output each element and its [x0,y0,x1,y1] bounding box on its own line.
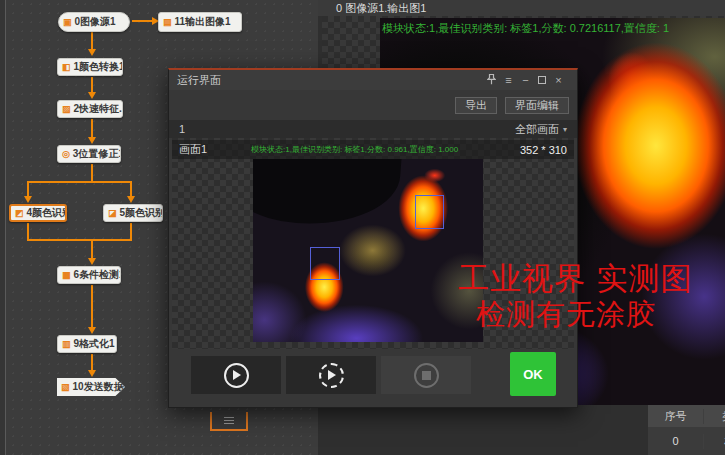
detection-photo [253,159,483,342]
flow-node-fast-feature[interactable]: ▨ 2快速特征... [57,100,123,118]
run-interface-dialog: 运行界面 ≡ − × 导出 界面编辑 1 全部画面 ▾ 画面1 模块状态:1,最… [168,68,578,408]
play-icon [224,363,249,388]
watermark-line1: 工业视界 实测图 [458,258,693,300]
cell-class: 标签1 [703,434,725,449]
flow-node-partially-hidden[interactable] [210,412,248,431]
module-status-text: 模块状态:1,最佳识别类别: 标签1,分数: 0.7216117,置信度: 1 [382,21,669,36]
arrowhead-icon [24,196,32,203]
resolution-label: 352 * 310 [520,144,567,156]
connector [27,223,29,240]
connector [132,20,154,22]
run-once-button[interactable] [191,356,281,394]
viewer-title: 0 图像源1.输出图1 [318,0,725,16]
color-detect-icon: ◩ [15,209,24,218]
stop-icon [414,363,439,388]
stop-button[interactable] [381,356,471,394]
node-label: 4颜色识别1 [27,206,67,220]
fast-feature-icon: ▨ [62,105,71,114]
output-image-icon: ▤ [163,18,172,27]
connector [91,354,93,370]
loop-play-icon [319,363,344,388]
results-table[interactable]: 序号 类别名 分数 0 标签1 0.722 [648,405,725,455]
connector [91,241,93,258]
color-detect-icon: ◪ [108,209,117,218]
connector [91,32,93,49]
flow-node-send-data[interactable]: ▧ 10发送数据1 [57,378,125,396]
menu-icon[interactable]: ≡ [500,74,517,86]
maximize-icon[interactable] [538,76,546,84]
condition-check-icon: ▦ [62,271,71,280]
node-label: 2快速特征... [74,102,123,116]
node-label: 10发送数据1 [73,380,125,394]
flow-node-position-fix[interactable]: ◎ 3位置修正1 [57,145,121,163]
flow-node-condition-check[interactable]: ▦ 6条件检测1 [57,266,121,284]
connector [91,164,93,182]
format-icon: ▥ [62,340,71,349]
send-data-icon: ▧ [61,383,70,392]
arrowhead-icon [88,92,96,99]
flow-node-color-convert[interactable]: ◧ 1颜色转换1 [57,58,123,76]
run-loop-button[interactable] [286,356,376,394]
dialog-controls: OK [169,349,577,410]
node-label: 9格式化1 [74,337,115,351]
edit-interface-button[interactable]: 界面编辑 [505,97,569,114]
all-views-dropdown[interactable]: 全部画面 [515,122,559,137]
detection-box-1 [415,195,444,229]
arrowhead-icon [127,196,135,203]
connector [27,239,132,241]
position-fix-icon: ◎ [62,150,70,159]
image-source-icon: ▣ [63,18,72,27]
connector [91,285,93,327]
node-label: 6条件检测1 [74,268,121,282]
flow-node-color-detect-2[interactable]: ◪ 5颜色识别2 [103,204,163,222]
color-convert-icon: ◧ [62,63,71,72]
ok-button[interactable]: OK [510,352,556,396]
dialog-titlebar[interactable]: 运行界面 ≡ − × [169,70,577,90]
arrowhead-icon [88,137,96,144]
flow-node-color-detect-1[interactable]: ◩ 4颜色识别1 [9,204,67,222]
node-label: 1颜色转换1 [74,60,123,74]
arrowhead-icon [88,49,96,56]
image-overlay-band: 画面1 模块状态:1,最佳识别类别: 标签1,分数: 0.961,置信度: 1.… [172,140,574,159]
panel-edge [0,0,6,455]
col-class: 类别名 [703,409,725,424]
dialog-title: 运行界面 [177,73,483,88]
connector [130,223,132,240]
cell-index: 0 [648,435,703,447]
arrowhead-icon [88,370,96,377]
connector [27,181,132,183]
col-index: 序号 [648,409,703,424]
node-label: 11输出图像1 [175,15,231,29]
node-label: 0图像源1 [75,15,116,29]
results-table-header: 序号 类别名 分数 [648,405,725,427]
connector [91,77,93,92]
node-label: 3位置修正1 [73,147,121,161]
page-number: 1 [179,123,515,135]
watermark-line2: 检测有无涂胶 [476,295,656,335]
app-window: ▣ 0图像源1 ▤ 11输出图像1 ◧ 1颜色转换1 ▨ 2快速特征... ◎ … [0,0,725,455]
pin-icon[interactable] [483,74,500,87]
view-name-label: 画面1 [179,142,251,157]
flow-node-image-source[interactable]: ▣ 0图像源1 [58,12,130,32]
connector [27,181,29,196]
shadow-occluder [253,159,403,230]
results-band: 序号 类别名 分数 0 标签1 0.722 区域 色相 模型 [648,405,725,455]
table-row[interactable]: 0 标签1 0.722 [648,427,725,455]
flow-node-output-image[interactable]: ▤ 11输出图像1 [158,12,242,32]
close-icon[interactable]: × [550,74,567,86]
dialog-status-text: 模块状态:1,最佳识别类别: 标签1,分数: 0.961,置信度: 1.000 [251,144,520,155]
detection-box-2 [310,247,340,280]
view-selector-bar: 1 全部画面 ▾ [169,120,577,138]
node-label: 5颜色识别2 [120,206,163,220]
export-button[interactable]: 导出 [455,97,497,114]
chevron-down-icon: ▾ [563,125,567,134]
dialog-toolbar: 导出 界面编辑 [169,90,577,120]
minimize-icon[interactable]: − [517,74,534,86]
connector [91,119,93,137]
arrowhead-icon [88,258,96,265]
arrowhead-icon [88,327,96,334]
connector [130,181,132,196]
flow-node-format[interactable]: ▥ 9格式化1 [57,335,117,353]
